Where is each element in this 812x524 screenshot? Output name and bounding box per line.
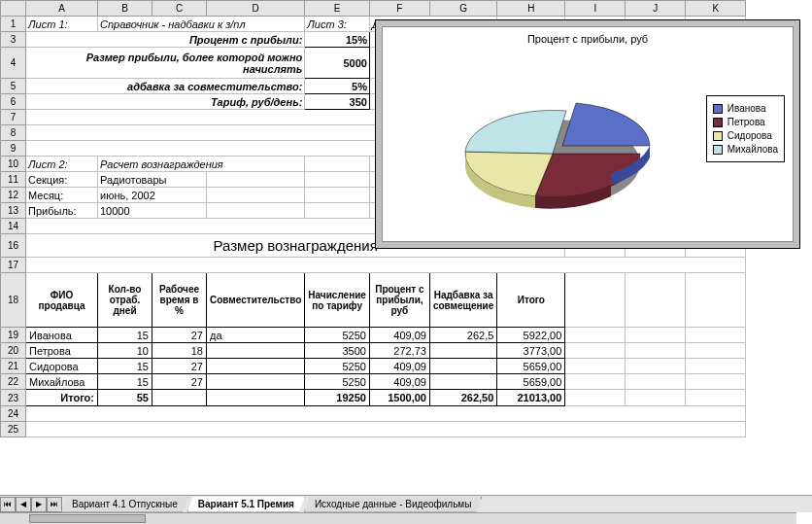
cell[interactable]: 1500,00 (369, 390, 429, 406)
cell[interactable]: да (207, 328, 305, 343)
row-header[interactable]: 22 (1, 374, 26, 390)
cell[interactable]: 5250 (305, 374, 370, 390)
row-header[interactable]: 16 (1, 234, 26, 258)
cell[interactable]: Тариф, руб/день: (26, 94, 305, 110)
col-header[interactable]: B (98, 1, 152, 17)
pie-chart[interactable]: Процент с прибыли, руб Иванова Петрова С… (375, 19, 800, 249)
cell[interactable]: Процент с прибыли: (26, 32, 305, 48)
cell[interactable]: 5250 (305, 359, 370, 374)
sheet-tab[interactable]: Исходные данные - Видеофильмы (304, 497, 483, 512)
cell[interactable]: 15 (98, 359, 152, 374)
tab-nav-last-icon[interactable]: ⏭ (47, 497, 62, 512)
cell[interactable]: 18 (152, 343, 207, 359)
col-header[interactable]: C (152, 1, 207, 17)
cell[interactable]: 5659,00 (497, 374, 565, 390)
row-header[interactable]: 17 (1, 258, 26, 273)
cell[interactable] (207, 374, 305, 390)
col-header[interactable]: J (626, 1, 686, 17)
cell[interactable]: Итого: (26, 390, 98, 406)
cell[interactable]: 409,09 (369, 328, 429, 343)
cell[interactable]: Расчет вознаграждения (98, 157, 305, 172)
cell[interactable]: 262,50 (429, 390, 496, 406)
cell[interactable]: Лист 2: (26, 157, 98, 172)
cell[interactable]: 262,5 (429, 328, 496, 343)
cell[interactable]: Размер прибыли, более которой можно начи… (26, 48, 305, 79)
col-header[interactable]: I (565, 1, 626, 17)
cell[interactable]: 55 (98, 390, 152, 406)
cell[interactable]: 3500 (305, 343, 370, 359)
corner-cell[interactable] (1, 1, 26, 17)
cell[interactable]: 409,09 (369, 359, 429, 374)
row-header[interactable]: 4 (1, 48, 26, 79)
cell[interactable]: Иванова (26, 328, 98, 343)
cell[interactable]: 5% (305, 79, 370, 94)
cell[interactable]: Лист 1: (26, 17, 98, 32)
cell[interactable]: 5250 (305, 328, 370, 343)
col-header[interactable]: A (26, 1, 98, 17)
cell[interactable]: Михайлова (26, 374, 98, 390)
cell[interactable] (207, 359, 305, 374)
row-header[interactable]: 9 (1, 141, 26, 157)
tab-nav-first-icon[interactable]: ⏮ (0, 497, 16, 512)
cell[interactable]: 5000 (305, 48, 370, 79)
col-header[interactable]: D (207, 1, 305, 17)
row-header[interactable]: 12 (1, 188, 26, 203)
cell[interactable]: 5922,00 (497, 328, 565, 343)
tab-nav-next-icon[interactable]: ▶ (31, 497, 47, 512)
cell[interactable]: 409,09 (369, 374, 429, 390)
cell[interactable]: 350 (305, 94, 370, 110)
row-header[interactable]: 8 (1, 125, 26, 141)
cell[interactable]: Месяц: (26, 188, 98, 203)
row-header[interactable]: 7 (1, 110, 26, 125)
cell[interactable] (429, 343, 496, 359)
row-header[interactable]: 11 (1, 172, 26, 188)
row-header[interactable]: 3 (1, 32, 26, 48)
cell[interactable]: адбавка за совместительство: (26, 79, 305, 94)
row-header[interactable]: 23 (1, 390, 26, 406)
cell[interactable]: Секция: (26, 172, 98, 188)
col-header[interactable]: H (497, 1, 565, 17)
col-header[interactable]: K (686, 1, 746, 17)
row-header[interactable]: 13 (1, 203, 26, 219)
cell[interactable]: 27 (152, 374, 207, 390)
row-header[interactable]: 1 (1, 17, 26, 32)
row-header[interactable]: 5 (1, 79, 26, 94)
horizontal-scrollbar[interactable] (0, 512, 796, 524)
row-header[interactable]: 19 (1, 328, 26, 343)
row-header[interactable]: 18 (1, 273, 26, 328)
cell[interactable]: июнь, 2002 (98, 188, 207, 203)
col-header[interactable]: E (305, 1, 370, 17)
row-header[interactable]: 21 (1, 359, 26, 374)
cell[interactable]: Радиотовары (98, 172, 207, 188)
sheet-tab[interactable]: Вариант 4.1 Отпускные (61, 497, 188, 512)
cell[interactable]: 21013,00 (497, 390, 565, 406)
cell[interactable]: 19250 (305, 390, 370, 406)
cell[interactable]: 10 (98, 343, 152, 359)
sheet-tab[interactable]: Вариант 5.1 Премия (187, 497, 305, 512)
cell[interactable]: Петрова (26, 343, 98, 359)
cell[interactable] (429, 359, 496, 374)
row-header[interactable]: 25 (1, 422, 26, 437)
cell[interactable]: 10000 (98, 203, 207, 219)
cell[interactable]: Справочник - надбавки к з/пл (98, 17, 305, 32)
cell[interactable]: 3773,00 (497, 343, 565, 359)
cell[interactable]: Лист 3: (305, 17, 370, 32)
cell[interactable] (429, 374, 496, 390)
col-header[interactable]: F (369, 1, 429, 17)
cell[interactable]: 15 (98, 328, 152, 343)
row-header[interactable]: 10 (1, 157, 26, 172)
row-header[interactable]: 6 (1, 94, 26, 110)
cell[interactable]: 27 (152, 359, 207, 374)
row-header[interactable]: 24 (1, 406, 26, 422)
cell[interactable] (207, 343, 305, 359)
cell[interactable]: 15% (305, 32, 370, 48)
row-header[interactable]: 14 (1, 219, 26, 234)
row-header[interactable]: 20 (1, 343, 26, 359)
tab-nav-prev-icon[interactable]: ◀ (16, 497, 31, 512)
cell[interactable]: 27 (152, 328, 207, 343)
cell[interactable]: Сидорова (26, 359, 98, 374)
col-header[interactable]: G (429, 1, 496, 17)
cell[interactable]: Прибыль: (26, 203, 98, 219)
cell[interactable]: 5659,00 (497, 359, 565, 374)
cell[interactable]: 15 (98, 374, 152, 390)
